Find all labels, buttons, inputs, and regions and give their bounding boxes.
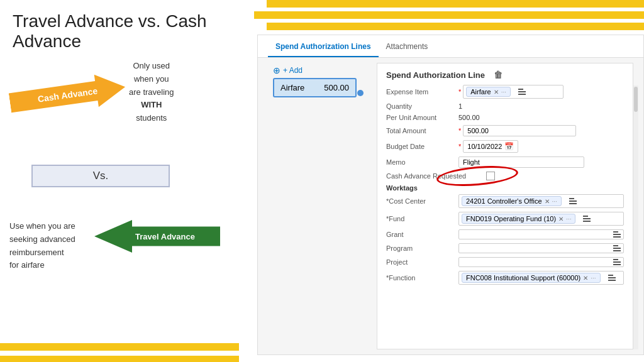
- value-quantity: 1: [458, 102, 624, 110]
- scrollbar[interactable]: [633, 85, 638, 349]
- travel-advance-arrow-body: Travel Advance: [94, 220, 220, 253]
- row-project: Project: [386, 257, 624, 267]
- function-chip: FNC008 Institutional Support (60000) ✕ ·…: [462, 273, 601, 283]
- workday-form-panel: Spend Authorization Lines Attachments ⊕ …: [257, 35, 644, 355]
- label-memo: Memo: [386, 158, 458, 166]
- label-total-amount: Total Amount: [386, 127, 458, 134]
- cost-center-chip: 24201 Controller's Office ✕ ···: [462, 196, 562, 206]
- checkbox-cash-advance[interactable]: [486, 172, 495, 180]
- travel-advance-arrow: Travel Advance: [94, 220, 220, 253]
- airfare-chip: Airfare ✕ ···: [466, 87, 511, 97]
- row-fund: *Fund FND019 Operating Fund (10) ✕ ···: [386, 212, 624, 226]
- vs-box: Vs.: [31, 165, 170, 187]
- label-grant: Grant: [386, 231, 458, 238]
- required-star: *: [458, 88, 461, 96]
- line-item-indicator: [357, 90, 364, 96]
- list-icon-fund[interactable]: [583, 216, 591, 222]
- line-item-airfare[interactable]: Airfare 500.00: [273, 78, 357, 97]
- row-quantity: Quantity 1: [386, 102, 624, 110]
- row-budget-date: Budget Date * 10/10/2022 📅: [386, 140, 624, 153]
- program-input[interactable]: [458, 243, 624, 253]
- input-memo[interactable]: [458, 156, 584, 168]
- label-program: Program: [386, 244, 458, 252]
- list-icon-cost-center[interactable]: [569, 198, 577, 204]
- calendar-icon[interactable]: 📅: [504, 142, 514, 151]
- label-fund: *Fund: [386, 215, 458, 222]
- value-per-unit: 500.00: [458, 114, 624, 121]
- project-input[interactable]: [458, 257, 624, 267]
- row-cash-advance-requested: Cash Advance Requested: [386, 172, 624, 180]
- list-icon-program[interactable]: [613, 245, 621, 251]
- chip-close[interactable]: ✕: [494, 89, 499, 96]
- row-cost-center: *Cost Center 24201 Controller's Office ✕…: [386, 194, 624, 208]
- travel-advance-description: Use when you are seeking advanced reimbu…: [9, 220, 75, 272]
- tab-spend-auth-lines[interactable]: Spend Authorization Lines: [268, 37, 379, 57]
- row-memo: Memo: [386, 156, 624, 168]
- cash-advance-arrow-body: Cash Advance: [8, 70, 127, 119]
- row-function: *Function FNC008 Institutional Support (…: [386, 271, 624, 285]
- label-per-unit: Per Unit Amount: [386, 114, 458, 121]
- tab-attachments[interactable]: Attachments: [379, 37, 436, 57]
- label-cash-advance-requested: Cash Advance Requested: [386, 172, 484, 180]
- list-icon-project[interactable]: [613, 259, 621, 265]
- worktags-header: Worktags: [386, 184, 624, 192]
- input-total-amount[interactable]: [463, 125, 576, 136]
- cash-advance-description: Only used when you are traveling WITH st…: [129, 60, 174, 125]
- fund-input[interactable]: FND019 Operating Fund (10) ✕ ···: [458, 212, 624, 226]
- delete-icon[interactable]: 🗑: [494, 70, 502, 80]
- line-items-column: ⊕ + Add Airfare 500.00: [263, 63, 367, 349]
- page-title: Travel Advance vs. Cash Advance: [13, 11, 239, 52]
- label-cost-center: *Cost Center: [386, 197, 458, 205]
- label-project: Project: [386, 258, 458, 266]
- row-grant: Grant: [386, 229, 624, 239]
- gold-bar-top-3: [267, 23, 644, 30]
- form-detail-title: Spend Authorization Line 🗑: [386, 70, 624, 80]
- form-detail: Spend Authorization Line 🗑 Expense Item …: [377, 63, 633, 349]
- row-per-unit: Per Unit Amount 500.00: [386, 114, 624, 121]
- list-icon-expense[interactable]: [518, 89, 526, 95]
- cash-advance-arrow: Cash Advance: [8, 70, 127, 119]
- row-expense-item: Expense Item * Airfare ✕ ···: [386, 85, 624, 99]
- label-quantity: Quantity: [386, 102, 458, 110]
- row-program: Program: [386, 243, 624, 253]
- row-total-amount: Total Amount *: [386, 125, 624, 136]
- scroll-thumb[interactable]: [634, 87, 638, 112]
- form-content-area: ⊕ + Add Airfare 500.00 Spend Authorizati…: [258, 58, 643, 354]
- gold-bar-top-2: [254, 11, 644, 19]
- add-button[interactable]: ⊕ + Add: [263, 63, 313, 78]
- date-input-budget[interactable]: 10/10/2022 📅: [463, 140, 518, 153]
- cost-center-input[interactable]: 24201 Controller's Office ✕ ···: [458, 194, 624, 208]
- list-icon-function[interactable]: [608, 275, 616, 281]
- function-input[interactable]: FNC008 Institutional Support (60000) ✕ ·…: [458, 271, 624, 285]
- list-icon-grant[interactable]: [613, 231, 621, 238]
- expense-item-input[interactable]: Airfare ✕ ···: [463, 85, 564, 99]
- fund-chip: FND019 Operating Fund (10) ✕ ···: [462, 214, 575, 224]
- label-expense-item: Expense Item: [386, 88, 458, 96]
- tabs-bar: Spend Authorization Lines Attachments: [258, 35, 643, 58]
- gold-bar-top-1: [267, 0, 644, 8]
- left-panel: Travel Advance vs. Cash Advance Only use…: [0, 0, 252, 362]
- grant-input[interactable]: [458, 229, 624, 239]
- label-budget-date: Budget Date: [386, 143, 458, 150]
- detail-column: Spend Authorization Line 🗑 Expense Item …: [372, 63, 638, 349]
- label-function: *Function: [386, 274, 458, 282]
